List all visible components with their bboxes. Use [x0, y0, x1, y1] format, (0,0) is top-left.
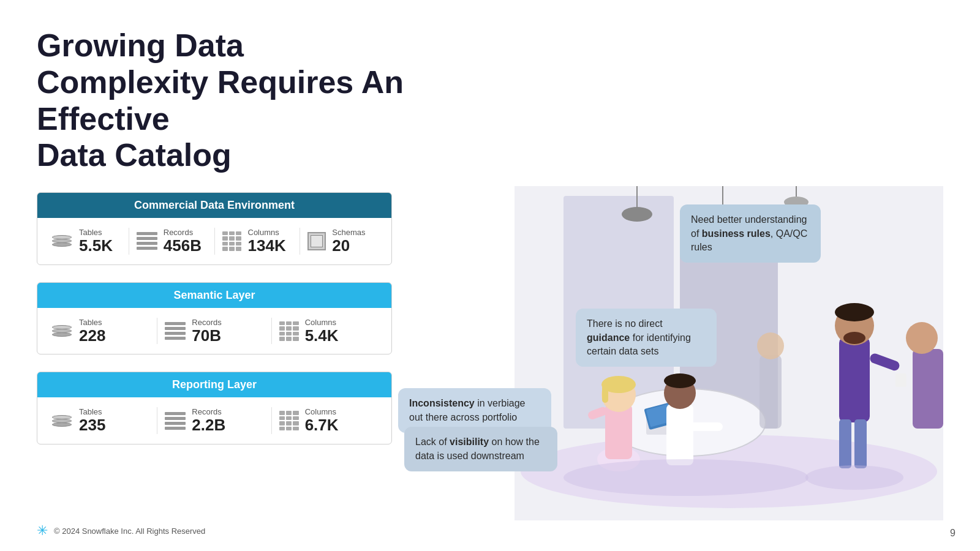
bubble-guidance: There is no direct guidance for identify… [576, 309, 717, 367]
footer: ✳ © 2024 Snowflake Inc. All Rights Reser… [37, 523, 205, 539]
reporting-columns-info: Columns 6.7K [305, 407, 339, 434]
reporting-columns: Columns 6.7K [272, 407, 385, 434]
commercial-body: Tables 5.5K Records [37, 218, 391, 264]
speech-bubbles-container: Need better understanding of business ru… [392, 186, 943, 551]
copyright-text: © 2024 Snowflake Inc. All Rights Reserve… [54, 527, 205, 536]
commercial-tables: Tables 5.5K [43, 228, 129, 255]
page-number: 9 [950, 528, 956, 539]
semantic-columns: Columns 5.4K [272, 318, 385, 345]
semantic-tables: Tables 228 [43, 318, 157, 345]
snowflake-icon: ✳ [37, 523, 48, 539]
reporting-tables-info: Tables 235 [79, 407, 105, 434]
schemas-info: Schemas 20 [332, 228, 365, 255]
bubble-visibility: Lack of visibility on how the data is us… [404, 427, 557, 471]
commercial-schemas: Schemas 20 [300, 228, 385, 255]
columns-icon [222, 231, 242, 251]
slide-header: Growing Data Complexity Requires An Effe… [0, 0, 459, 186]
bubble-inconsistency: Inconsistency in verbiage out there acro… [398, 388, 551, 433]
commercial-columns: Columns 134K [215, 228, 301, 255]
main-content: Commercial Data Environment Tables 5.5K [0, 186, 980, 551]
schema-icon [307, 232, 326, 250]
columns-info: Columns 134K [248, 228, 286, 255]
left-panel: Commercial Data Environment Tables 5.5K [37, 186, 392, 551]
commercial-card: Commercial Data Environment Tables 5.5K [37, 192, 392, 265]
tables-info: Tables 5.5K [79, 228, 113, 255]
reporting-records: Records 2.2B [157, 407, 271, 434]
columns-icon [279, 411, 299, 430]
semantic-header: Semantic Layer [37, 283, 391, 308]
db-icon [51, 325, 73, 337]
records-icon [137, 232, 157, 250]
db-icon [51, 235, 73, 247]
semantic-records: Records 70B [157, 318, 271, 345]
semantic-columns-info: Columns 5.4K [305, 318, 339, 345]
bubble-business-rules: Need better understanding of business ru… [680, 204, 821, 263]
commercial-header: Commercial Data Environment [37, 193, 391, 218]
db-icon [51, 415, 73, 427]
right-panel: Need better understanding of business ru… [392, 186, 943, 551]
records-icon [165, 322, 186, 340]
semantic-body: Tables 228 Records 70B [37, 308, 391, 354]
commercial-records: Records 456B [129, 228, 215, 255]
semantic-tables-info: Tables 228 [79, 318, 105, 345]
slide-title: Growing Data Complexity Requires An Effe… [37, 28, 423, 174]
semantic-records-info: Records 70B [192, 318, 221, 345]
reporting-card: Reporting Layer Tables 235 [37, 372, 392, 444]
records-icon [165, 412, 186, 430]
columns-icon [279, 321, 299, 341]
reporting-records-info: Records 2.2B [192, 407, 225, 434]
records-info: Records 456B [164, 228, 202, 255]
reporting-body: Tables 235 Records 2.2B [37, 397, 391, 444]
slide: Growing Data Complexity Requires An Effe… [0, 0, 980, 551]
reporting-header: Reporting Layer [37, 372, 391, 397]
semantic-card: Semantic Layer Tables 228 [37, 282, 392, 355]
reporting-tables: Tables 235 [43, 407, 157, 434]
